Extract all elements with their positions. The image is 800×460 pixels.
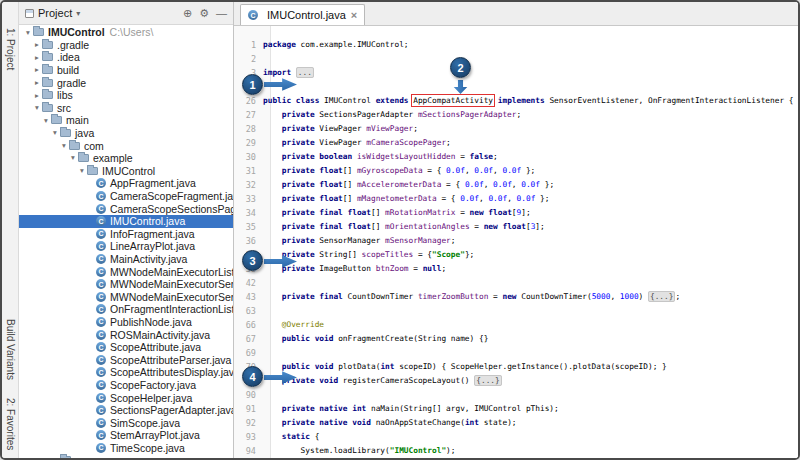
tree-item-example[interactable]: ▾example — [19, 152, 233, 165]
tree-item-res[interactable]: ▸res — [19, 454, 233, 458]
tree-item-camerascopesectionspageradapter.java[interactable]: CCameraScopeSectionsPagerAdapter.java — [19, 202, 233, 215]
code-line[interactable]: 3import ... — [234, 66, 798, 80]
tree-item-linearrayplot.java[interactable]: CLineArrayPlot.java — [19, 240, 233, 253]
code-line[interactable]: 72 private void registerCameraScopeLayou… — [234, 374, 798, 388]
tree-item-scopeattributesdisplay.java[interactable]: CScopeAttributesDisplay.java — [19, 366, 233, 379]
code-line[interactable]: 93 static { — [234, 430, 798, 444]
code-line[interactable]: 67 public void onFragmentCreate(String n… — [234, 332, 798, 346]
tree-item-mainactivity.java[interactable]: CMainActivity.java — [19, 253, 233, 266]
tree-item-publishnode.java[interactable]: CPublishNode.java — [19, 316, 233, 329]
code-line[interactable]: 69 — [234, 346, 798, 360]
code-line[interactable]: 30 private boolean isWidgetsLayoutHidden… — [234, 150, 798, 164]
code-line[interactable]: 91 private native int naMain(String[] ar… — [234, 402, 798, 416]
tree-item-imucontrol[interactable]: ▾IMUControl — [19, 165, 233, 178]
tree-item-simscope.java[interactable]: CSimScope.java — [19, 416, 233, 429]
code-line[interactable]: 25 — [234, 80, 798, 94]
chevron-right-icon[interactable]: ▸ — [32, 54, 42, 62]
code-line[interactable]: 33 private float[] mMagnetometerData = {… — [234, 192, 798, 206]
tree-item-stemarrayplot.java[interactable]: CStemArrayPlot.java — [19, 429, 233, 442]
line-number[interactable]: 93 — [234, 432, 263, 442]
chevron-down-icon[interactable]: ▾ — [41, 117, 51, 125]
code-line[interactable]: 2 — [234, 52, 798, 66]
line-number[interactable]: 66 — [234, 320, 263, 330]
tree-item-sectionspageradapter.java[interactable]: CSectionsPagerAdapter.java — [19, 404, 233, 417]
project-panel-title[interactable]: Project — [38, 7, 72, 19]
tree-item-appfragment.java[interactable]: CAppFragment.java — [19, 177, 233, 190]
tree-item-scopeattribute.java[interactable]: CScopeAttribute.java — [19, 341, 233, 354]
line-number[interactable]: 43 — [234, 292, 263, 302]
chevron-right-icon[interactable]: ▸ — [50, 457, 60, 458]
hide-icon[interactable]: — — [216, 8, 227, 19]
code-line[interactable]: 43 private final CountDownTimer timerZoo… — [234, 290, 798, 304]
tree-item-onfragmentinteractionlistener.java[interactable]: COnFragmentInteractionListener.java — [19, 303, 233, 316]
line-number[interactable]: 2 — [234, 54, 263, 64]
line-number[interactable]: 63 — [234, 306, 263, 316]
tree-item-gradle[interactable]: ▸gradle — [19, 76, 233, 89]
line-number[interactable]: 34 — [234, 208, 263, 218]
tree-item-com[interactable]: ▾com — [19, 139, 233, 152]
code-line[interactable]: 36 private SensorManager mSensorManager; — [234, 234, 798, 248]
line-number[interactable]: 90 — [234, 390, 263, 400]
code-line[interactable]: 37 private String[] scopeTitles = {"Scop… — [234, 248, 798, 262]
tree-item-src[interactable]: ▾src — [19, 102, 233, 115]
tree-item-timescope.java[interactable]: CTimeScope.java — [19, 442, 233, 455]
line-number[interactable]: 94 — [234, 446, 263, 456]
code-line[interactable]: 90 — [234, 388, 798, 402]
code-line[interactable]: 32 private float[] mAccelerometerData = … — [234, 178, 798, 192]
tree-item-infofragment.java[interactable]: CInfoFragment.java — [19, 228, 233, 241]
stripe-button-favorites[interactable]: 2: Favorites — [5, 398, 16, 450]
line-number[interactable]: 28 — [234, 124, 263, 134]
line-number[interactable]: 1 — [234, 40, 263, 50]
stripe-button-build-variants[interactable]: Build Variants — [5, 319, 16, 380]
chevron-down-icon[interactable]: ▾ — [23, 29, 33, 37]
code-line[interactable]: 1package com.example.IMUControl; — [234, 38, 798, 52]
line-number[interactable]: 29 — [234, 138, 263, 148]
tree-item-imucontrol.java[interactable]: CIMUControl.java — [19, 215, 233, 228]
code-line[interactable]: 34 private final float[] mRotationMatrix… — [234, 206, 798, 220]
code-line[interactable]: 63 — [234, 304, 798, 318]
tree-item-camerascopefragment.java[interactable]: CCameraScopeFragment.java — [19, 190, 233, 203]
code-line[interactable]: 70 public void plotData(int scopeID) { S… — [234, 360, 798, 374]
code-line[interactable]: 27 private SectionsPagerAdapter mSection… — [234, 108, 798, 122]
code-line[interactable]: 94 System.loadLibrary("IMUControl"); — [234, 444, 798, 458]
code-line[interactable]: 66 @Override — [234, 318, 798, 332]
tree-item-scopeattributeparser.java[interactable]: CScopeAttributeParser.java — [19, 353, 233, 366]
tree-item-java[interactable]: ▾java — [19, 127, 233, 140]
line-number[interactable]: 35 — [234, 222, 263, 232]
chevron-down-icon[interactable]: ▾ — [50, 129, 60, 137]
tree-item-.idea[interactable]: ▸.idea — [19, 51, 233, 64]
tree-item-scopefactory.java[interactable]: CScopeFactory.java — [19, 379, 233, 392]
line-number[interactable]: 69 — [234, 348, 263, 358]
target-icon[interactable]: ⊕ — [183, 8, 192, 19]
code-line[interactable]: 29 private ViewPager mCameraScopePager; — [234, 136, 798, 150]
line-number[interactable]: 27 — [234, 110, 263, 120]
code-line[interactable]: 28 private ViewPager mViewPager; — [234, 122, 798, 136]
close-icon[interactable]: × — [351, 10, 357, 21]
code-line[interactable]: 26public class IMUControl extends AppCom… — [234, 94, 798, 108]
chevron-right-icon[interactable]: ▸ — [32, 79, 42, 87]
chevron-down-icon[interactable]: ▾ — [59, 142, 69, 150]
code-line[interactable]: 92 private native void naOnAppStateChang… — [234, 416, 798, 430]
chevron-down-icon[interactable]: ▾ — [77, 167, 87, 175]
line-number[interactable]: 31 — [234, 166, 263, 176]
chevron-down-icon[interactable]: ▾ — [68, 154, 78, 162]
gear-icon[interactable]: ⚙ — [199, 8, 209, 19]
line-number[interactable]: 33 — [234, 194, 263, 204]
chevron-down-icon[interactable]: ▾ — [32, 104, 42, 112]
code-line[interactable]: 38 private ImageButton btnZoom = null; — [234, 262, 798, 276]
chevron-right-icon[interactable]: ▸ — [32, 92, 42, 100]
line-number[interactable]: 30 — [234, 152, 263, 162]
tree-item-mwnodemainexecutorlistener.java[interactable]: CMWNodeMainExecutorListener.java — [19, 265, 233, 278]
tree-item-libs[interactable]: ▸libs — [19, 89, 233, 102]
caret-down-icon[interactable]: ▾ — [76, 9, 80, 18]
tree-item-rosmainactivity.java[interactable]: CROSMainActivity.java — [19, 328, 233, 341]
line-number[interactable]: 67 — [234, 334, 263, 344]
tree-item-mwnodemainexecutorservice.java[interactable]: CMWNodeMainExecutorService.java — [19, 278, 233, 291]
line-number[interactable]: 32 — [234, 180, 263, 190]
line-number[interactable]: 36 — [234, 236, 263, 246]
line-number[interactable]: 92 — [234, 418, 263, 428]
tree-item-.gradle[interactable]: ▸.gradle — [19, 39, 233, 52]
code-line[interactable]: 35 private final float[] mOrientationAng… — [234, 220, 798, 234]
line-number[interactable]: 42 — [234, 278, 263, 288]
chevron-right-icon[interactable]: ▸ — [32, 66, 42, 74]
